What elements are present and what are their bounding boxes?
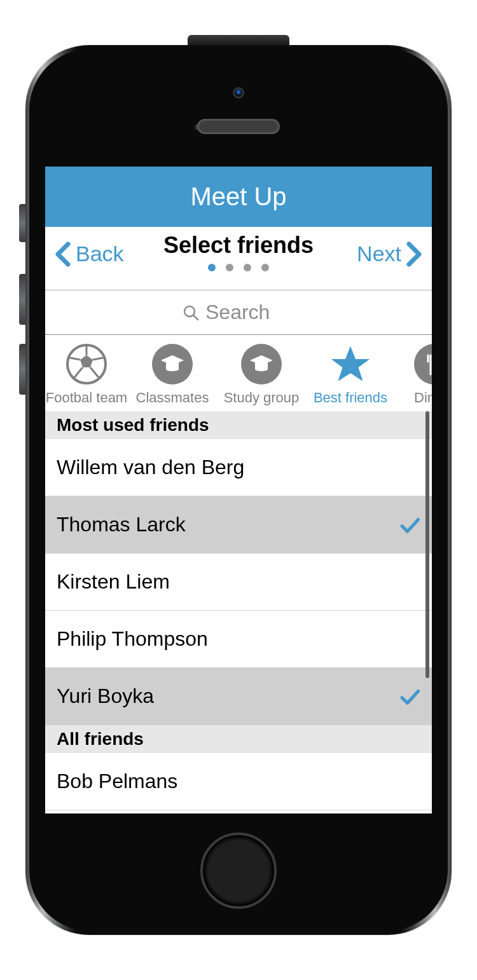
section-header-most-used: Most used friends [45, 411, 432, 439]
category-classmates[interactable]: Classmates [128, 344, 217, 406]
chevron-left-icon [54, 242, 72, 267]
phone-frame: Meet Up Back Select friends [25, 45, 452, 935]
category-label: Footbal team [46, 390, 127, 406]
friend-row[interactable]: Kirsten Liem [45, 554, 432, 611]
category-best-friends[interactable]: Best friends [306, 344, 395, 406]
back-label: Back [76, 242, 124, 266]
next-label: Next [357, 242, 401, 266]
friend-row[interactable]: Willem van den Berg [45, 439, 432, 496]
category-football-team[interactable]: Footbal team [45, 344, 128, 406]
step-dots [163, 264, 314, 271]
svg-marker-6 [331, 346, 370, 381]
phone-volume-up [19, 274, 25, 325]
friend-name: Bob Pelmans [57, 770, 177, 793]
category-label: Best friends [314, 390, 387, 406]
phone-volume-down [19, 344, 25, 395]
search-icon [183, 304, 199, 321]
phone-mute-switch [19, 204, 25, 242]
phone-home-button[interactable] [200, 833, 277, 909]
category-label: Classmates [136, 390, 209, 406]
step-dot-4 [261, 264, 269, 271]
step-dot-2 [226, 264, 233, 271]
search-bar[interactable] [45, 290, 432, 335]
category-study-group[interactable]: Study group [217, 344, 306, 406]
friend-row[interactable]: Bob Pelmans [45, 753, 432, 810]
grad-icon [152, 344, 193, 385]
phone-speaker [197, 119, 280, 134]
next-button[interactable]: Next [357, 242, 423, 267]
screen: Meet Up Back Select friends [45, 167, 432, 813]
friend-name: Thomas Larck [57, 513, 186, 536]
cutlery-icon [414, 344, 432, 385]
friend-row[interactable]: Philip Thompson [45, 611, 432, 668]
phone-camera [233, 87, 244, 99]
friend-name: Kirsten Liem [57, 570, 170, 594]
app-title: Meet Up [190, 182, 286, 211]
category-label: Study group [224, 390, 300, 406]
search-input[interactable] [205, 301, 294, 324]
phone-bezel: Meet Up Back Select friends [29, 49, 448, 931]
check-icon [399, 686, 420, 707]
phone-power-button [188, 35, 289, 45]
nav-center: Select friends [163, 232, 314, 271]
category-scroller[interactable]: Footbal team Classmates [45, 335, 432, 411]
grad-icon [241, 344, 282, 385]
friend-name: Yuri Boyka [57, 684, 154, 708]
check-icon [399, 514, 420, 536]
star-icon [330, 344, 371, 385]
friend-name: Philip Thompson [57, 627, 208, 651]
section-header-all-friends: All friends [45, 725, 432, 753]
back-button[interactable]: Back [54, 242, 124, 267]
step-dot-1 [208, 264, 216, 271]
friend-row[interactable]: Yuri Boyka [45, 668, 432, 725]
page-title: Select friends [163, 232, 314, 259]
category-dinner[interactable]: Dinne [395, 344, 432, 406]
nav-bar: Back Select friends Next [45, 227, 432, 290]
friend-row[interactable]: Thomas Larck [45, 496, 432, 554]
title-bar: Meet Up [45, 167, 432, 227]
svg-line-1 [193, 315, 198, 320]
friend-name: Willem van den Berg [57, 456, 244, 479]
scroll-indicator[interactable] [425, 411, 429, 678]
category-label: Dinne [414, 390, 432, 406]
friend-list[interactable]: Most used friends Willem van den Berg Th… [45, 411, 432, 813]
friend-row[interactable]: Rick Schaaik [45, 810, 432, 813]
chevron-right-icon [405, 242, 423, 267]
step-dot-3 [244, 264, 251, 271]
soccer-icon [66, 344, 107, 385]
